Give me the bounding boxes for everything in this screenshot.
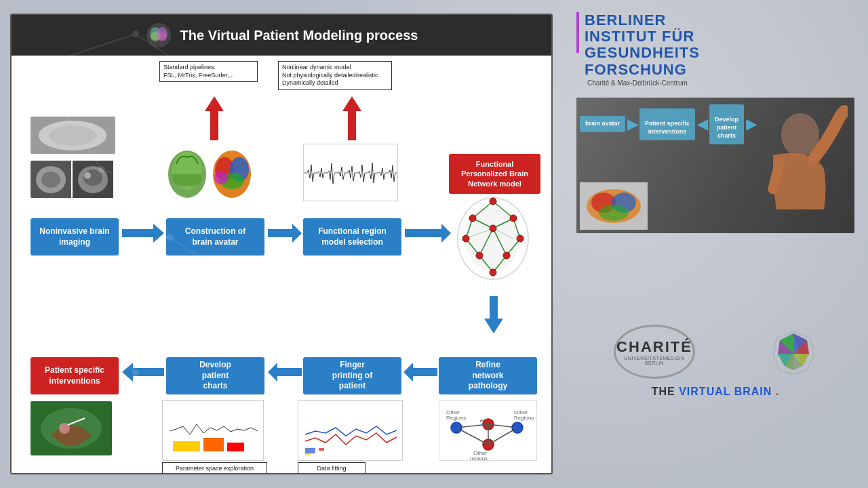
svg-text:Regions: Regions <box>514 415 534 421</box>
arrow-1-right <box>122 224 164 243</box>
svg-rect-8 <box>31 117 115 154</box>
data-fitting-label: Data fitting <box>298 462 366 474</box>
svg-text:ez: ez <box>480 418 486 423</box>
svg-marker-58 <box>403 363 437 382</box>
svg-point-44 <box>462 235 469 242</box>
charite-circle: CHARITÉ UNIVERSITÄTSMEDIZIN BERLIN <box>614 325 695 379</box>
functional-personalized-label: Functional Personalized Brain Network mo… <box>461 160 528 188</box>
svg-point-11 <box>41 171 60 188</box>
brain-3d-images <box>166 144 254 201</box>
brain-patch-video <box>580 182 648 230</box>
annotation-nonlinear: Nonlinear dynamic model Not physiologica… <box>278 61 392 90</box>
svg-point-45 <box>517 235 524 242</box>
green-brain-icon <box>166 144 208 201</box>
svg-marker-51 <box>268 224 302 243</box>
develop-label: Develop patient charts <box>199 360 231 392</box>
patient-specific-video-label: Patient specific interventions <box>645 120 690 135</box>
network-2-image: Other Regions Other Regions Other region… <box>439 400 537 461</box>
refine-label: Refine network pathology <box>469 360 507 392</box>
brain-avatar-label: brain avatar <box>585 120 620 127</box>
chart-1-image <box>162 400 264 461</box>
arrow-left-3 <box>403 363 437 382</box>
svg-point-42 <box>469 215 476 222</box>
video-container: brain avatar ▶ Patient specific interven… <box>576 98 854 233</box>
svg-rect-69 <box>305 448 315 453</box>
annotation2-line2: Not physiologically detailed/realistic <box>282 72 378 79</box>
patient-specific-label: Patient specific interventions <box>45 365 104 386</box>
svg-text:Regions: Regions <box>446 415 466 421</box>
video-overlay-develop: Develop patient charts <box>709 104 744 144</box>
down-arrow-network <box>484 296 503 333</box>
svg-marker-56 <box>122 363 164 382</box>
tvb-the: THE <box>652 386 675 397</box>
slide-area: The Virtual Patient Modeling process Sta… <box>0 0 563 488</box>
mri-image-2 <box>31 161 115 198</box>
berliner-line1: BERLINER <box>585 12 700 28</box>
construction-box: Construction of brain avatar <box>166 218 264 256</box>
charite-university: UNIVERSITÄTSMEDIZIN BERLIN <box>616 356 693 365</box>
slide-header: The Virtual Patient Modeling process <box>12 15 551 56</box>
annotation2-line1: Nonlinear dynamic model <box>282 64 351 70</box>
annotation-standard: Standard pipelines: FSL, MrTrix, FreeSur… <box>159 61 258 82</box>
chart-2-image <box>298 400 403 461</box>
charite-name: CHARITÉ <box>616 338 692 356</box>
colorful-brain-icon <box>211 144 253 201</box>
svg-rect-63 <box>163 401 264 461</box>
video-overlay-arrow-1: ▶ <box>627 116 637 132</box>
tvb-virtual: VIRTUAL <box>679 386 730 397</box>
slide-title: The Virtual Patient Modeling process <box>180 28 418 43</box>
svg-rect-66 <box>203 438 224 451</box>
annotation1-line2: FSL, MrTrix, FreeSurfer,... <box>163 72 234 79</box>
eeg-wave-image <box>303 144 398 201</box>
patient-specific-box: Patient specific interventions <box>31 357 119 394</box>
video-overlay-arrow-2: ◀ <box>697 116 707 132</box>
svg-point-47 <box>476 252 483 259</box>
accent-line <box>576 12 579 53</box>
berliner-branding: BERLINER INSTITUT FÜR GESUNDHEITS FORSCH… <box>576 12 854 87</box>
svg-marker-54 <box>342 96 361 140</box>
svg-text:regions: regions <box>470 455 488 461</box>
charite-logo: CHARITÉ UNIVERSITÄTSMEDIZIN BERLIN <box>614 325 695 379</box>
arrow-left-2 <box>268 363 302 382</box>
svg-point-49 <box>490 269 496 276</box>
svg-marker-50 <box>122 224 164 243</box>
up-arrow-functional <box>342 96 361 140</box>
svg-point-15 <box>84 172 91 179</box>
mri-image-1 <box>31 117 115 154</box>
video-overlay-patient-specific: Patient specific interventions <box>639 108 695 140</box>
svg-marker-57 <box>268 363 302 382</box>
svg-point-46 <box>490 225 496 232</box>
charite-subtitle: Charité & Max-Delbrück-Centrum <box>587 79 700 87</box>
virtual-brain-logo <box>770 328 817 375</box>
svg-point-22 <box>214 171 228 184</box>
fingerprinting-label: Finger printing of patient <box>332 360 372 392</box>
develop-box: Develop patient charts <box>166 357 264 394</box>
fingerprinting-box: Finger printing of patient <box>303 357 401 394</box>
svg-rect-65 <box>173 441 200 451</box>
presentation-slide: The Virtual Patient Modeling process Sta… <box>10 14 553 474</box>
svg-point-43 <box>510 215 517 222</box>
svg-rect-70 <box>305 453 311 455</box>
right-panel: BERLINER INSTITUT FÜR GESUNDHEITS FORSCH… <box>563 0 868 488</box>
tvb-brain: BRAIN <box>734 386 772 397</box>
svg-point-111 <box>599 205 629 221</box>
tvb-icon <box>770 328 817 375</box>
network-brain-image <box>452 184 534 289</box>
param-space-text: Parameter space exploration <box>176 465 254 472</box>
arrow-3-right <box>405 224 451 243</box>
svg-rect-71 <box>319 448 324 451</box>
annotation2-line3: Dynamically detailed <box>282 79 338 86</box>
annotation1-line1: Standard pipelines: <box>163 64 216 70</box>
surgery-image <box>31 401 112 455</box>
video-overlay-arrow-3: ▶ <box>746 116 756 132</box>
main-container: The Virtual Patient Modeling process Sta… <box>0 0 868 488</box>
svg-rect-67 <box>227 443 244 451</box>
tvb-dot: . <box>776 386 779 397</box>
arrow-left-1 <box>122 363 164 382</box>
berliner-line2: INSTITUT FÜR <box>585 28 700 45</box>
noninvasive-label: Noninvasive brain imaging <box>39 226 109 247</box>
tvb-brand-text: THE VIRTUAL BRAIN . <box>652 386 780 408</box>
svg-point-48 <box>503 252 510 259</box>
svg-marker-55 <box>484 296 503 333</box>
param-space-label: Parameter space exploration <box>162 462 267 474</box>
